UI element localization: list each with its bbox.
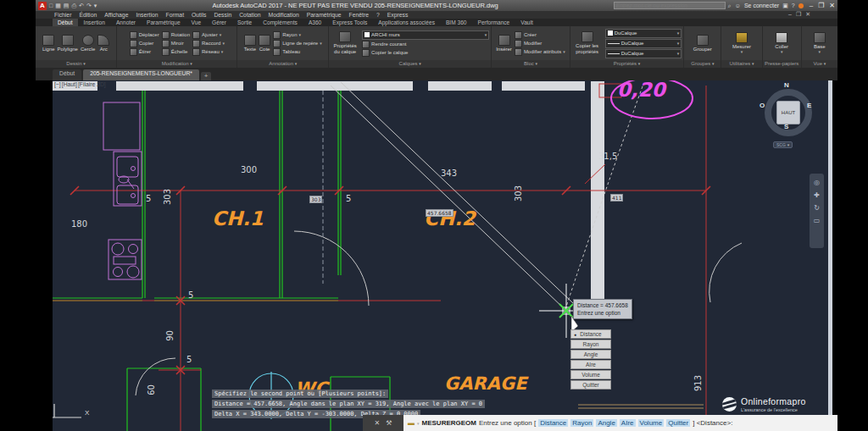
ribbon-tab[interactable]: Compléments — [258, 19, 303, 26]
panel-label-annotation[interactable]: Annotation ▾ — [237, 60, 328, 68]
recent-commands-icon[interactable]: ▾ — [417, 421, 420, 426]
print-icon[interactable]: ⎙ — [71, 1, 76, 10]
group-button[interactable]: Grouper — [693, 35, 712, 52]
vertical-scrollbar[interactable] — [828, 80, 832, 431]
redo-icon[interactable]: ↷ — [86, 1, 92, 10]
exchange-icon[interactable]: ▣ — [782, 3, 788, 9]
help-icon[interactable]: ? — [792, 3, 795, 8]
view-control[interactable]: [Haut] — [62, 81, 77, 87]
measure-button[interactable]: Mesurer ▾ — [732, 32, 751, 54]
ribbon-tab[interactable]: Applications associées — [373, 19, 440, 26]
orbit-icon[interactable]: ↻ — [814, 204, 820, 212]
menu-item[interactable]: ? — [376, 12, 380, 18]
command-option[interactable]: AIre — [620, 419, 636, 427]
menu-item[interactable]: Cotation — [239, 12, 260, 18]
search-icon[interactable]: ⌕ — [728, 3, 732, 9]
make-current-button[interactable]: Rendre courant — [362, 41, 489, 48]
tab-current-drawing[interactable]: 205-RENSEIGNEMENTS-LONGUEUR* — [83, 69, 199, 80]
doc-close-button[interactable]: ✕ — [805, 11, 810, 18]
move-button[interactable]: Déplacer — [130, 31, 159, 39]
rotate-button[interactable]: Rotation — [162, 31, 190, 39]
menu-item[interactable]: Express — [387, 12, 409, 18]
full-navigation-wheel-icon[interactable]: ◎ — [814, 179, 820, 186]
measure-option[interactable]: Angle — [570, 350, 611, 359]
ribbon-tab[interactable]: Insertion — [79, 19, 110, 26]
new-drawing-tab-button[interactable]: + — [201, 72, 211, 80]
command-option[interactable]: Quitter — [666, 419, 690, 427]
arc-button[interactable]: Arc — [97, 35, 109, 52]
dimension-button[interactable]: Cote — [259, 35, 270, 52]
fillet-button[interactable]: Raccord▾ — [192, 40, 225, 47]
ribbon-tab[interactable]: Express Tools — [327, 19, 372, 26]
lineweight-dropdown[interactable]: DuCalque▾ — [605, 39, 682, 48]
command-option[interactable]: Angle — [596, 419, 616, 427]
stretch-button[interactable]: Étirer — [130, 48, 159, 56]
qat-dropdown-icon[interactable]: ▾ — [94, 1, 97, 10]
viewcube-north[interactable]: N — [784, 81, 789, 89]
panel-label-groupes[interactable]: Groupes ▾ — [684, 60, 721, 68]
visual-style-control[interactable]: [Filaire 2D] — [78, 81, 106, 87]
base-button[interactable]: Base ▾ — [814, 32, 826, 54]
zoom-extents-icon[interactable]: ▭ — [814, 217, 821, 224]
measure-option[interactable]: Volume — [570, 370, 611, 379]
ribbon-tab[interactable]: Performance — [473, 19, 515, 26]
menu-item[interactable]: Édition — [79, 12, 97, 18]
viewcube-east[interactable]: E — [807, 102, 811, 109]
menu-item[interactable]: Format — [166, 12, 185, 18]
minimize-button[interactable]: – — [810, 2, 813, 9]
radius-button[interactable]: Rayon▾ — [273, 31, 322, 39]
person-icon[interactable]: ☺ — [735, 3, 741, 8]
panel-label-utilitaires[interactable]: Utilitaires ▾ — [721, 60, 761, 68]
array-button[interactable]: Réseau▾ — [192, 48, 225, 56]
search-input[interactable] — [614, 2, 726, 9]
viewcube-face[interactable]: HAUT — [776, 101, 800, 124]
maximize-button[interactable]: ❐ — [818, 2, 824, 9]
table-button[interactable]: Tableau — [273, 48, 322, 56]
menu-item[interactable]: Fenêtre — [349, 12, 369, 18]
menu-item[interactable]: Affichage — [104, 12, 128, 18]
mirror-button[interactable]: Miroir — [162, 40, 190, 47]
model-space[interactable]: [−] [Haut] [Filaire 2D] CH.1 CH.2 GARAGE… — [53, 80, 828, 431]
paste-button[interactable]: Coller ▾ — [775, 32, 788, 54]
ribbon-tab[interactable]: Gérer — [207, 19, 231, 26]
panel-label-bloc[interactable]: Bloc ▾ — [492, 60, 569, 68]
doc-restore-button[interactable]: ❐ — [796, 11, 801, 18]
trim-button[interactable]: Ajuster▾ — [192, 31, 225, 39]
viewcube-south[interactable]: S — [784, 123, 788, 130]
layer-properties-button[interactable]: Propriétés du calque — [331, 31, 359, 54]
edit-attributes-button[interactable]: Modifier attributs▾ — [515, 48, 565, 56]
measure-option[interactable]: Quitter — [570, 380, 611, 390]
line-button[interactable]: Ligne — [42, 35, 55, 52]
ribbon-tab[interactable]: BIM 360 — [441, 19, 472, 26]
autodesk-logo[interactable]: A — [38, 2, 47, 10]
viewport-menu-control[interactable]: [−] — [54, 81, 61, 87]
ribbon-tab[interactable]: Annoter — [111, 19, 141, 26]
insert-button[interactable]: Insérer — [496, 35, 512, 52]
command-option[interactable]: Rayon — [570, 419, 593, 427]
panel-label-presse-papiers[interactable]: Presse-papiers — [763, 60, 801, 68]
panel-label-modification[interactable]: Modification ▾ — [117, 60, 236, 68]
pan-icon[interactable]: ✚ — [814, 191, 820, 199]
scale-button[interactable]: Échelle — [162, 48, 190, 56]
text-button[interactable]: Texte — [244, 35, 256, 52]
viewcube[interactable]: HAUT N E S O SCG▾ — [763, 87, 817, 165]
panel-label-vue[interactable]: Vue ▾ — [802, 60, 837, 68]
menu-item[interactable]: Fichier — [54, 12, 71, 18]
command-option[interactable]: Distance — [538, 419, 568, 427]
menu-item[interactable]: Paramétrique — [307, 12, 342, 18]
panel-label-proprietes[interactable]: Propriétés ▾ — [570, 60, 684, 68]
command-icon[interactable]: ▬ — [408, 419, 415, 427]
measure-option[interactable]: AIre — [570, 360, 611, 369]
close-button[interactable]: ✕ — [829, 2, 835, 9]
doc-minimize-button[interactable]: – — [788, 11, 792, 18]
ribbon-tab[interactable]: Paramétrique — [142, 19, 186, 26]
create-block-button[interactable]: Créer — [515, 31, 565, 39]
undo-icon[interactable]: ↶ — [79, 1, 84, 10]
command-line[interactable]: ▬ ▾ MESURERGEOM Entrez une option [ Dist… — [403, 415, 837, 431]
command-option[interactable]: Volume — [638, 419, 665, 427]
new-icon[interactable]: □ — [49, 1, 53, 10]
tab-start[interactable]: Début — [53, 69, 81, 80]
menu-item[interactable]: Dessin — [214, 12, 231, 18]
customize-icon[interactable]: ⚒ — [386, 419, 392, 427]
panel-label-dessin[interactable]: Dessin ▾ — [36, 60, 116, 68]
